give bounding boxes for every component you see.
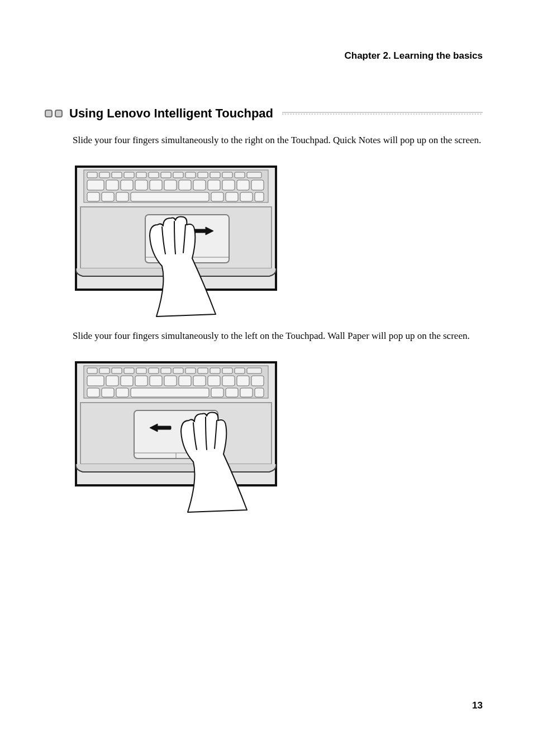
illustration-swipe-left bbox=[73, 360, 279, 516]
svg-rect-8 bbox=[124, 172, 134, 178]
svg-rect-10 bbox=[149, 172, 159, 178]
svg-rect-37 bbox=[240, 192, 253, 201]
svg-rect-67 bbox=[121, 376, 133, 386]
svg-rect-69 bbox=[150, 376, 162, 386]
svg-rect-33 bbox=[116, 192, 129, 201]
svg-rect-24 bbox=[164, 180, 177, 190]
page-number: 13 bbox=[472, 700, 483, 711]
svg-rect-55 bbox=[136, 368, 146, 374]
svg-rect-17 bbox=[235, 172, 245, 178]
section-bullet-icons bbox=[45, 110, 63, 117]
svg-rect-62 bbox=[222, 368, 232, 374]
svg-rect-53 bbox=[112, 368, 122, 374]
svg-rect-7 bbox=[112, 172, 122, 178]
svg-rect-64 bbox=[247, 368, 261, 374]
svg-rect-84 bbox=[255, 388, 264, 397]
svg-rect-57 bbox=[161, 368, 171, 374]
svg-rect-6 bbox=[99, 172, 110, 178]
svg-rect-88 bbox=[158, 426, 171, 429]
svg-rect-12 bbox=[173, 172, 183, 178]
svg-rect-32 bbox=[102, 192, 114, 201]
svg-rect-81 bbox=[211, 388, 223, 397]
svg-rect-11 bbox=[161, 172, 171, 178]
svg-rect-9 bbox=[136, 172, 146, 178]
svg-rect-28 bbox=[222, 180, 235, 190]
svg-rect-38 bbox=[255, 192, 264, 201]
svg-rect-14 bbox=[198, 172, 208, 178]
svg-rect-74 bbox=[222, 376, 235, 386]
svg-rect-35 bbox=[211, 192, 223, 201]
svg-rect-31 bbox=[87, 192, 99, 201]
svg-rect-19 bbox=[87, 180, 104, 190]
svg-rect-60 bbox=[198, 368, 208, 374]
svg-rect-5 bbox=[87, 172, 97, 178]
svg-rect-71 bbox=[179, 376, 191, 386]
section-heading-row: Using Lenovo Intelligent Touchpad bbox=[45, 106, 483, 121]
svg-rect-36 bbox=[226, 192, 238, 201]
svg-rect-68 bbox=[135, 376, 147, 386]
square-bullet-icon bbox=[55, 110, 63, 117]
svg-rect-77 bbox=[87, 388, 99, 397]
svg-rect-76 bbox=[251, 376, 264, 386]
section-title: Using Lenovo Intelligent Touchpad bbox=[69, 106, 273, 121]
svg-rect-51 bbox=[87, 368, 97, 374]
svg-rect-22 bbox=[135, 180, 147, 190]
svg-rect-56 bbox=[149, 368, 159, 374]
heading-rule bbox=[282, 112, 483, 115]
svg-rect-54 bbox=[124, 368, 134, 374]
svg-rect-66 bbox=[106, 376, 118, 386]
paragraph-swipe-right: Slide your four fingers simultaneously t… bbox=[73, 134, 483, 147]
svg-rect-70 bbox=[164, 376, 177, 386]
svg-rect-15 bbox=[210, 172, 220, 178]
svg-rect-75 bbox=[237, 376, 249, 386]
svg-rect-27 bbox=[208, 180, 220, 190]
svg-rect-20 bbox=[106, 180, 118, 190]
svg-rect-83 bbox=[240, 388, 253, 397]
svg-rect-13 bbox=[185, 172, 196, 178]
svg-rect-26 bbox=[193, 180, 206, 190]
svg-rect-29 bbox=[237, 180, 249, 190]
svg-rect-82 bbox=[226, 388, 238, 397]
svg-rect-59 bbox=[185, 368, 196, 374]
svg-rect-34 bbox=[131, 192, 209, 201]
svg-rect-18 bbox=[247, 172, 261, 178]
svg-rect-25 bbox=[179, 180, 191, 190]
svg-rect-73 bbox=[208, 376, 220, 386]
svg-rect-58 bbox=[173, 368, 183, 374]
svg-rect-79 bbox=[116, 388, 129, 397]
svg-rect-23 bbox=[150, 180, 162, 190]
svg-rect-65 bbox=[87, 376, 104, 386]
paragraph-swipe-left: Slide your four fingers simultaneously t… bbox=[73, 330, 483, 343]
svg-rect-63 bbox=[235, 368, 245, 374]
square-bullet-icon bbox=[45, 110, 53, 117]
svg-rect-16 bbox=[222, 172, 232, 178]
illustration-swipe-right bbox=[73, 164, 279, 320]
svg-rect-78 bbox=[102, 388, 114, 397]
svg-rect-30 bbox=[251, 180, 264, 190]
svg-rect-52 bbox=[99, 368, 110, 374]
svg-rect-72 bbox=[193, 376, 206, 386]
svg-rect-21 bbox=[121, 180, 133, 190]
svg-rect-80 bbox=[131, 388, 209, 397]
svg-rect-61 bbox=[210, 368, 220, 374]
chapter-header: Chapter 2. Learning the basics bbox=[344, 50, 483, 62]
